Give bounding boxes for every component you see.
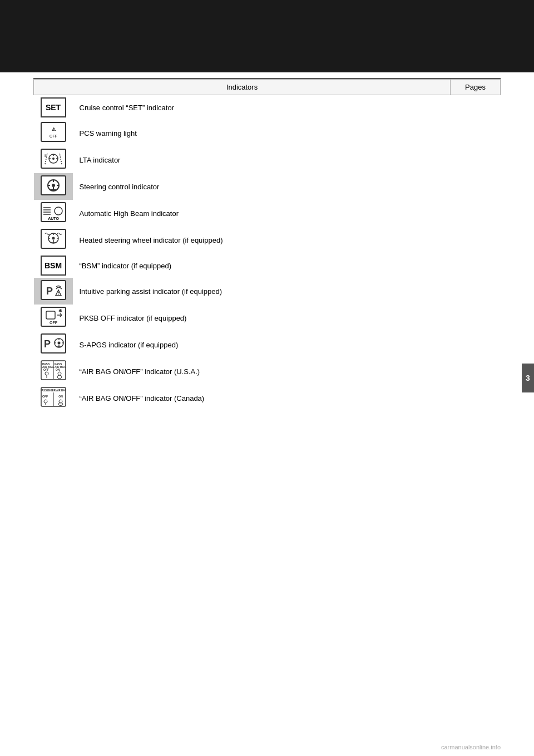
table-row: ✱ OFF PKSB OFF indicator (if equipped) xyxy=(34,305,501,331)
page-container: 3 Indicators Pages SETCruise control “SE… xyxy=(0,0,534,756)
top-black-bar xyxy=(0,0,534,72)
table-row: Heated steering wheel indicator (if equi… xyxy=(34,227,501,253)
icon-cell-steering xyxy=(34,173,73,200)
description-cell: “AIR BAG ON/OFF” indicator (Canada) xyxy=(73,385,451,411)
table-row: SETCruise control “SET” indicator xyxy=(34,95,501,120)
svg-text:P: P xyxy=(44,338,51,350)
svg-point-14 xyxy=(52,184,55,187)
pages-header: Pages xyxy=(451,80,501,95)
icon-cell-parking: P xyxy=(34,278,73,305)
description-cell: “AIR BAG ON/OFF” indicator (U.S.A.) xyxy=(73,358,451,385)
svg-text:OFF: OFF xyxy=(43,368,49,371)
icon-cell-bsm: BSM xyxy=(34,253,73,278)
pages-cell xyxy=(451,95,501,120)
svg-text:⚠: ⚠ xyxy=(51,127,56,132)
svg-text:i: i xyxy=(44,153,46,158)
table-row: i LTA indicator xyxy=(34,146,501,173)
svg-point-39 xyxy=(58,294,59,296)
table-row: BSM“BSM” indicator (if equipped) xyxy=(34,253,501,278)
pages-cell xyxy=(451,331,501,358)
pages-cell xyxy=(451,305,501,331)
description-cell: S-APGS indicator (if equipped) xyxy=(73,331,451,358)
svg-point-29 xyxy=(52,237,55,240)
description-cell: Automatic High Beam indicator xyxy=(73,200,451,227)
icon-cell-pcs: ⚠ OFF xyxy=(34,120,73,146)
svg-text:OFF: OFF xyxy=(50,321,58,325)
svg-text:✱: ✱ xyxy=(58,308,62,313)
icon-cell-airbag_canada: PASSENGER AIR BAG OFF ON xyxy=(34,385,73,411)
svg-point-50 xyxy=(57,342,60,345)
pages-cell xyxy=(451,385,501,411)
description-cell: PCS warning light xyxy=(73,120,451,146)
icon-cell-airbag_usa: PASS AIR BAG OFF PASS AIR BAG ON xyxy=(34,358,73,385)
svg-text:ON: ON xyxy=(56,368,60,371)
svg-text:P: P xyxy=(46,286,53,297)
svg-point-7 xyxy=(52,158,55,160)
svg-rect-35 xyxy=(41,281,66,300)
description-cell: LTA indicator xyxy=(73,146,451,173)
svg-text:OFF: OFF xyxy=(42,395,48,398)
description-cell: Intuitive parking assist indicator (if e… xyxy=(73,278,451,305)
svg-text:PASSENGER AIR BAG: PASSENGER AIR BAG xyxy=(41,389,66,392)
pages-cell xyxy=(451,227,501,253)
description-cell: PKSB OFF indicator (if equipped) xyxy=(73,305,451,331)
pages-cell xyxy=(451,120,501,146)
svg-rect-0 xyxy=(41,122,66,141)
pages-cell xyxy=(451,358,501,385)
pages-cell xyxy=(451,253,501,278)
pages-cell xyxy=(451,278,501,305)
table-row: PASSENGER AIR BAG OFF ON “AIR BAG ON/OFF… xyxy=(34,385,501,411)
pages-cell xyxy=(451,146,501,173)
svg-text:AUTO: AUTO xyxy=(48,217,59,220)
table-row: Steering control indicator xyxy=(34,173,501,200)
table-row: AUTO Automatic High Beam indicator xyxy=(34,200,501,227)
table-header-row: Indicators Pages xyxy=(34,80,501,95)
description-cell: “BSM” indicator (if equipped) xyxy=(73,253,451,278)
bottom-area xyxy=(0,423,534,617)
icon-cell-auto_beam: AUTO xyxy=(34,200,73,227)
description-cell: Cruise control “SET” indicator xyxy=(73,95,451,120)
icon-cell-heated xyxy=(34,227,73,253)
icon-cell-pksb: ✱ OFF xyxy=(34,305,73,331)
pages-cell xyxy=(451,173,501,200)
indicators-table: Indicators Pages SETCruise control “SET”… xyxy=(33,79,501,411)
description-cell: Steering control indicator xyxy=(73,173,451,200)
table-row: P Intuitive parking assist indicator (if… xyxy=(34,278,501,305)
content-area: Indicators Pages SETCruise control “SET”… xyxy=(0,72,534,423)
icon-cell-sapgs: P xyxy=(34,331,73,358)
icon-cell-lta: i xyxy=(34,146,73,173)
indicators-header: Indicators xyxy=(34,80,451,95)
watermark: carmanualsonline.info xyxy=(441,744,501,750)
table-row: PASS AIR BAG OFF PASS AIR BAG ON “AIR BA… xyxy=(34,358,501,385)
table-row: P S-APGS indicator (if equipped) xyxy=(34,331,501,358)
description-cell: Heated steering wheel indicator (if equi… xyxy=(73,227,451,253)
table-row: ⚠ OFF PCS warning light xyxy=(34,120,501,146)
svg-text:ON: ON xyxy=(58,395,63,398)
pages-cell xyxy=(451,200,501,227)
icon-cell-set: SET xyxy=(34,95,73,120)
svg-text:OFF: OFF xyxy=(50,134,57,138)
